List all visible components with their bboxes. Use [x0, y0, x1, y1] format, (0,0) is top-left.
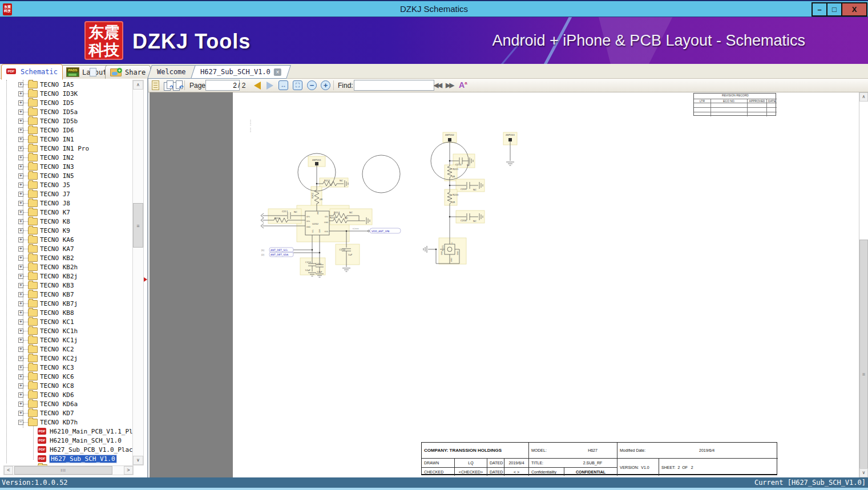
tree-folder-item[interactable]: +TECNO ID3K	[0, 89, 132, 98]
expand-icon[interactable]: +	[18, 402, 23, 407]
expand-icon[interactable]: +	[18, 210, 23, 215]
scroll-down-icon[interactable]: ∨	[133, 456, 143, 465]
expand-icon[interactable]: +	[18, 91, 23, 96]
tree-folder-item[interactable]: −TECNO KD7h	[0, 418, 132, 427]
zoom-out-icon[interactable]: −	[307, 80, 317, 90]
tree-folder-item[interactable]: +TECNO IN1	[0, 135, 132, 144]
tree-folder-item[interactable]: +TECNO KB2h	[0, 262, 132, 272]
tree-folder-item[interactable]: +TECNO KD6a	[0, 399, 132, 408]
tree-folder-item[interactable]: +TECNO KC8	[0, 381, 132, 390]
expand-icon[interactable]: +	[18, 201, 23, 206]
expand-icon[interactable]: +	[18, 274, 23, 279]
expand-icon[interactable]: +	[18, 183, 23, 188]
expand-icon[interactable]: +	[18, 128, 23, 133]
snapshot-icon[interactable]	[152, 80, 159, 90]
doc-tab-welcome[interactable]: Welcome	[147, 65, 195, 79]
tree-folder-item[interactable]: +TECNO J5	[0, 180, 132, 189]
tree-folder-item[interactable]: +TECNO KC2j	[0, 354, 132, 363]
expand-icon[interactable]: +	[18, 392, 23, 398]
expand-icon[interactable]: +	[18, 237, 23, 242]
tree-scrollbar-thumb[interactable]: ≡	[133, 203, 143, 248]
find-input[interactable]	[354, 80, 434, 91]
tree-folder-item[interactable]: +TECNO KC1	[0, 317, 132, 326]
expand-icon[interactable]: +	[18, 283, 23, 288]
maximize-button[interactable]: □	[826, 2, 842, 17]
tree-file-item[interactable]: PDFH627_Sub_PCB_V1.0_Placeme	[0, 445, 132, 454]
tree-folder-item[interactable]: +TECNO IN5	[0, 171, 132, 180]
find-previous-icon[interactable]: ◀◀	[434, 82, 441, 89]
tree-horizontal-scrollbar[interactable]: < III >	[3, 465, 134, 475]
tree-file-item[interactable]: PDFH627_Sub_SCH_V1.0	[0, 454, 132, 463]
expand-icon[interactable]: +	[18, 192, 23, 197]
doc-tab-h627-sub-sch[interactable]: H627_Sub_SCH_V1.0 ×	[191, 65, 291, 79]
tree-folder-item[interactable]: +TECNO KC2	[0, 345, 132, 354]
rotate-page-left-icon[interactable]: ↶	[173, 80, 183, 91]
expand-icon[interactable]: +	[18, 265, 23, 270]
scroll-down-icon[interactable]: ∨	[859, 468, 868, 477]
tree-folder-item[interactable]: +TECNO ID5b	[0, 116, 132, 125]
expand-icon[interactable]: +	[18, 146, 23, 151]
tree-file-item[interactable]: PDFH6210_Main_PCB_V1.1_Place	[0, 427, 132, 436]
expand-icon[interactable]: +	[18, 374, 23, 379]
expand-icon[interactable]: +	[18, 100, 23, 106]
expand-icon[interactable]: +	[18, 155, 23, 160]
tree-folder-item[interactable]: +TECNO KB3	[0, 281, 132, 290]
tree-folder-item[interactable]: +TECNO J7	[0, 189, 132, 199]
main-scrollbar-thumb[interactable]: ≡	[859, 240, 868, 471]
tree-vertical-scrollbar[interactable]: ∧ ≡ ∨	[132, 80, 144, 465]
tree-folder-item[interactable]: +TECNO J8	[0, 199, 132, 208]
scroll-up-icon[interactable]: ∧	[133, 80, 143, 90]
tree-folder-item[interactable]: +TECNO KD6	[0, 390, 132, 399]
tree-folder-item[interactable]: +TECNO KB8	[0, 308, 132, 317]
zoom-in-icon[interactable]: +	[321, 80, 330, 90]
tree-folder-item[interactable]: +TECNO KC1h	[0, 326, 132, 335]
expand-icon[interactable]: +	[18, 110, 23, 115]
tree-folder-item[interactable]: +TECNO ID5	[0, 98, 132, 107]
tab-layout[interactable]: PADS Layout	[61, 65, 112, 79]
expand-icon[interactable]: +	[18, 329, 23, 334]
tree-folder-item[interactable]: +TECNO KB2j	[0, 272, 132, 281]
window-titlebar[interactable]: 东震科技 DZKJ Schematics – □ X	[0, 0, 868, 17]
page-number-input[interactable]	[205, 80, 240, 91]
fit-width-icon[interactable]: ↔	[278, 80, 288, 90]
expand-icon[interactable]: +	[18, 164, 23, 169]
next-page-icon[interactable]	[267, 82, 273, 90]
expand-icon[interactable]: +	[18, 356, 23, 361]
tab-close-icon[interactable]: ×	[274, 68, 281, 76]
tree-folder-item[interactable]: +TECNO KD7	[0, 408, 132, 418]
tree-folder-item[interactable]: +TECNO K7	[0, 208, 132, 217]
close-button[interactable]: X	[841, 2, 867, 17]
scroll-left-icon[interactable]: <	[4, 466, 13, 475]
tab-schematic[interactable]: PDF Schematic	[1, 64, 63, 80]
expand-icon[interactable]: +	[18, 82, 23, 87]
tree-folder-item[interactable]: +TECNO ID6	[0, 125, 132, 135]
tree-folder-item[interactable]: +TECNO IN2	[0, 153, 132, 162]
previous-page-icon[interactable]	[254, 82, 261, 90]
expand-icon[interactable]: +	[18, 173, 23, 179]
tree-folder-item[interactable]: +TECNO K9	[0, 226, 132, 235]
expand-icon[interactable]: +	[18, 310, 23, 315]
match-case-icon[interactable]: Aa	[459, 80, 467, 90]
minimize-button[interactable]: –	[812, 2, 827, 17]
expand-icon[interactable]: +	[18, 338, 23, 343]
tree-folder-item[interactable]: +TECNO KB7	[0, 290, 132, 299]
scroll-up-icon[interactable]: ∧	[859, 92, 868, 102]
tree-folder-item[interactable]: +TECNO IN1 Pro	[0, 144, 132, 153]
tree-folder-item[interactable]: +TECNO KC1j	[0, 335, 132, 345]
tree-folder-item[interactable]: +TECNO KB2	[0, 253, 132, 262]
expand-icon[interactable]: +	[18, 301, 23, 306]
main-vertical-scrollbar[interactable]: ∧ ≡ ∨	[859, 92, 868, 477]
expand-icon[interactable]: +	[18, 256, 23, 261]
tree-hscrollbar-thumb[interactable]: III	[14, 466, 112, 475]
tree-folder-item[interactable]: +TECNO IN3	[0, 162, 132, 171]
expand-icon[interactable]: +	[18, 383, 23, 388]
find-next-icon[interactable]: ▶▶	[446, 82, 453, 89]
expand-icon[interactable]: +	[18, 228, 23, 233]
expand-icon[interactable]: +	[18, 119, 23, 124]
tab-share[interactable]: + Share	[105, 65, 151, 79]
tree-folder-item[interactable]: +TECNO KA7	[0, 244, 132, 253]
tree-folder-item[interactable]: +TECNO KB7j	[0, 299, 132, 308]
collapse-icon[interactable]: −	[18, 420, 23, 425]
expand-icon[interactable]: +	[18, 292, 23, 297]
pdf-viewport[interactable]: ANT201R212NCR2020RC211NCR211R214NCR215NC…	[150, 92, 868, 477]
